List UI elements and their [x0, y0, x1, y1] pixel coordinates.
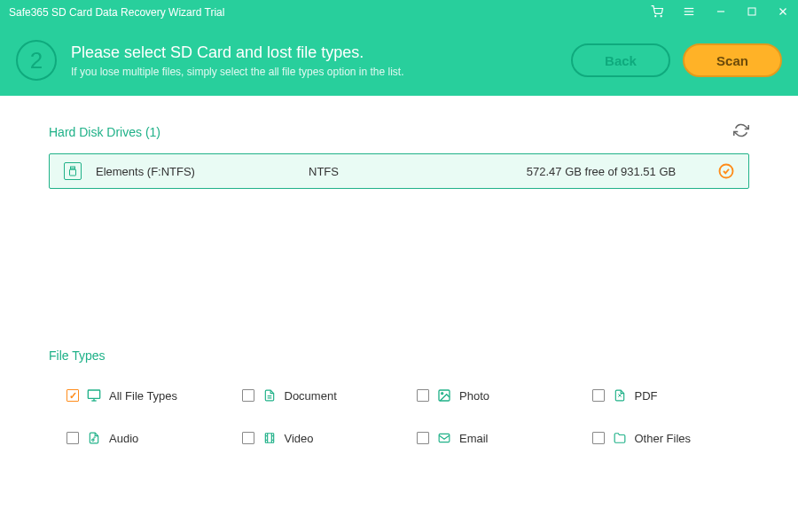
drives-section-title: Hard Disk Drives (1) [49, 122, 749, 141]
checkbox-icon [417, 389, 429, 402]
filetypes-section-label: File Types [49, 348, 106, 363]
filetype-label: All File Types [109, 389, 177, 403]
filetype-video[interactable]: Video [242, 430, 400, 446]
filetype-label: Other Files [635, 432, 692, 445]
svg-rect-10 [70, 169, 76, 176]
app-title: Safe365 SD Card Data Recovery Wizard Tri… [9, 6, 651, 19]
drive-space: 572.47 GB free of 931.51 GB [486, 165, 716, 178]
video-icon [262, 430, 278, 446]
cart-icon[interactable] [651, 5, 663, 20]
filetype-other[interactable]: Other Files [592, 430, 750, 446]
drive-name: Elements (F:NTFS) [96, 165, 309, 178]
filetype-label: Document [285, 389, 337, 403]
filetypes-section-title: File Types [49, 348, 749, 363]
filetype-label: Video [285, 432, 314, 445]
svg-rect-22 [265, 434, 273, 443]
checkbox-icon [66, 432, 79, 444]
monitor-icon [86, 387, 102, 403]
svg-rect-6 [748, 8, 755, 15]
filetype-label: PDF [635, 389, 658, 403]
svg-point-20 [442, 393, 443, 395]
drive-selected-icon [716, 163, 734, 179]
header-subtitle: If you lose multiple files, simply selec… [71, 66, 557, 78]
header-title: Please select SD Card and lost file type… [71, 43, 557, 62]
content: Hard Disk Drives (1) Elements (F:NTFS) N… [0, 96, 798, 473]
drives-section-label: Hard Disk Drives (1) [49, 125, 160, 139]
checkbox-icon [66, 389, 79, 402]
checkbox-icon [592, 432, 605, 444]
titlebar: Safe365 SD Card Data Recovery Wizard Tri… [0, 0, 798, 25]
step-number: 2 [16, 40, 57, 81]
wizard-header: 2 Please select SD Card and lost file ty… [0, 25, 798, 96]
filetype-document[interactable]: Document [242, 387, 400, 403]
email-icon [436, 430, 452, 446]
close-icon[interactable] [777, 5, 789, 20]
scan-button[interactable]: Scan [683, 43, 782, 77]
checkbox-icon [592, 389, 605, 402]
titlebar-controls [651, 5, 789, 20]
filetype-email[interactable]: Email [417, 430, 575, 446]
filetypes-grid: All File Types Document Photo [49, 387, 749, 446]
usb-icon [64, 162, 82, 180]
filetype-label: Photo [459, 389, 489, 403]
svg-rect-29 [439, 434, 450, 442]
checkbox-icon [242, 432, 254, 444]
svg-point-1 [661, 15, 661, 16]
audio-icon [86, 430, 102, 446]
document-icon [262, 387, 278, 403]
filetype-photo[interactable]: Photo [417, 387, 575, 403]
svg-rect-14 [88, 390, 99, 398]
drive-row[interactable]: Elements (F:NTFS) NTFS 572.47 GB free of… [49, 153, 749, 189]
drive-filesystem: NTFS [309, 165, 486, 178]
filetypes-section: File Types All File Types Document [49, 348, 749, 446]
folder-icon [612, 430, 628, 446]
header-text: Please select SD Card and lost file type… [71, 43, 557, 78]
menu-icon[interactable] [683, 5, 695, 20]
checkbox-icon [242, 389, 254, 402]
filetype-label: Email [459, 432, 489, 445]
header-buttons: Back Scan [571, 43, 782, 77]
checkbox-icon [417, 432, 429, 444]
filetype-all[interactable]: All File Types [66, 387, 224, 403]
svg-point-0 [655, 15, 656, 16]
filetype-audio[interactable]: Audio [66, 430, 224, 446]
refresh-icon[interactable] [733, 122, 749, 141]
photo-icon [436, 387, 452, 403]
minimize-icon[interactable] [715, 5, 727, 20]
svg-point-21 [92, 439, 94, 441]
maximize-icon[interactable] [747, 6, 757, 20]
pdf-icon [612, 387, 628, 403]
filetype-label: Audio [109, 432, 138, 445]
back-button[interactable]: Back [571, 43, 670, 77]
filetype-pdf[interactable]: PDF [592, 387, 750, 403]
